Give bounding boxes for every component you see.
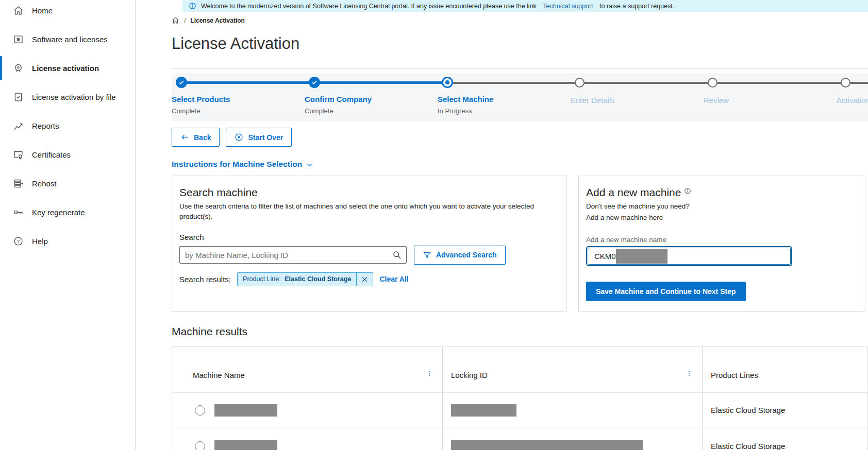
- info-icon: [189, 2, 196, 10]
- chevron-down-icon: [306, 161, 313, 169]
- sidebar-item-label: License activation by file: [32, 93, 116, 101]
- sidebar-item-software-and-licenses[interactable]: Software and licenses: [0, 25, 135, 54]
- table-header-row: Machine Name Locking ID Product Lines: [172, 347, 867, 392]
- technical-support-link[interactable]: Technical support: [543, 3, 593, 10]
- add-machine-info-icon[interactable]: [684, 187, 691, 195]
- breadcrumb-separator: /: [184, 17, 186, 24]
- back-button[interactable]: Back: [172, 128, 220, 147]
- arrow-left-icon: [180, 133, 189, 142]
- step-label: Review: [704, 96, 837, 105]
- row-radio-button[interactable]: [195, 405, 205, 416]
- filter-chip-remove-icon[interactable]: [356, 273, 373, 286]
- clear-all-link[interactable]: Clear All: [379, 275, 408, 283]
- search-machine-description: Use the search criteria to filter the li…: [179, 201, 535, 222]
- add-machine-name-label: Add a new machine name: [586, 236, 853, 244]
- add-machine-prompt-line2: Add a new machine here: [586, 213, 853, 223]
- filter-chip-text: Product Line: Elastic Cloud Storage: [238, 273, 356, 286]
- product-lines-cell: Elastic Cloud Storage: [702, 428, 867, 450]
- step-status: Complete: [305, 107, 438, 115]
- column-menu-icon[interactable]: [686, 369, 693, 378]
- machine-cards-row: Search machine Use the search criteria t…: [172, 176, 868, 312]
- search-input[interactable]: [179, 246, 407, 264]
- step-review: Review: [704, 77, 837, 105]
- column-header-machine-name: Machine Name: [172, 347, 442, 392]
- machine-results-table: Machine Name Locking ID Product Lines: [172, 347, 868, 450]
- sidebar-item-label: Home: [32, 6, 53, 15]
- table-row: Elastic Cloud Storage: [172, 392, 867, 428]
- machine-results-title: Machine results: [172, 325, 868, 338]
- add-machine-name-input[interactable]: CKM0: [586, 246, 792, 266]
- redacted-locking-id: [451, 404, 516, 417]
- sidebar-item-label: Rehost: [32, 179, 57, 188]
- sidebar-item-label: Certificates: [32, 150, 71, 159]
- help-icon: ?: [13, 236, 24, 247]
- search-results-row: Search results: Product Line: Elastic Cl…: [179, 272, 554, 286]
- save-machine-continue-button[interactable]: Save Machine and Continue to Next Step: [586, 282, 746, 301]
- redacted-machine-name: [214, 404, 277, 417]
- product-lines-cell: Elastic Cloud Storage: [702, 392, 867, 428]
- filter-chip-value: Elastic Cloud Storage: [285, 275, 351, 283]
- license-activation-icon: [13, 63, 24, 74]
- machine-name-cell: [172, 428, 442, 450]
- column-header-product-lines: Product Lines: [702, 347, 867, 392]
- sidebar: Home Software and licenses License activ…: [0, 0, 136, 450]
- sidebar-item-label: Software and licenses: [32, 35, 108, 44]
- step-label: Select Machine: [438, 95, 571, 103]
- search-machine-title: Search machine: [179, 186, 554, 199]
- machine-name-cell: [172, 392, 442, 428]
- instructions-for-machine-selection-link[interactable]: Instructions for Machine Selection: [172, 160, 313, 169]
- locking-id-cell: [442, 392, 702, 428]
- redacted-machine-name: [214, 440, 277, 450]
- step-status: In Progress: [438, 107, 571, 115]
- step-enter-details: Enter Details: [571, 77, 704, 105]
- sidebar-item-reports[interactable]: Reports: [0, 111, 135, 140]
- step-label: Confirm Company: [305, 95, 438, 103]
- search-machine-card: Search machine Use the search criteria t…: [172, 176, 566, 312]
- step-status: Complete: [172, 107, 305, 115]
- sidebar-item-help[interactable]: ? Help: [0, 227, 135, 255]
- main-content: Welcome to the modernized version of Sof…: [136, 0, 868, 450]
- app-window: Home Software and licenses License activ…: [0, 0, 868, 450]
- column-menu-icon[interactable]: [426, 369, 433, 378]
- search-icon[interactable]: [392, 250, 402, 260]
- home-icon: [13, 5, 24, 16]
- banner-text-after: to raise a support request.: [598, 3, 675, 10]
- title-divider: [172, 68, 868, 69]
- breadcrumb-home-icon[interactable]: [172, 16, 179, 24]
- locking-id-cell: [442, 428, 702, 450]
- software-licenses-icon: [13, 34, 24, 45]
- step-label: Select Products: [172, 95, 305, 103]
- sidebar-item-rehost[interactable]: Rehost: [0, 169, 135, 198]
- sidebar-item-label: Reports: [32, 122, 59, 130]
- step-future-icon: [575, 78, 585, 88]
- add-machine-title: Add a new machine: [586, 186, 681, 199]
- search-field-label: Search: [179, 233, 554, 241]
- step-activation: Activation: [837, 77, 868, 105]
- step-future-icon: [841, 78, 850, 88]
- step-complete-check-icon: [309, 77, 320, 88]
- sidebar-item-license-activation[interactable]: License activation: [0, 54, 135, 82]
- advanced-search-button[interactable]: Advanced Search: [414, 246, 506, 265]
- row-radio-button[interactable]: [195, 441, 205, 450]
- sidebar-item-label: License activation: [32, 64, 99, 73]
- svg-text:?: ?: [17, 238, 20, 244]
- step-label: Enter Details: [571, 96, 704, 105]
- step-label: Activation: [837, 96, 868, 105]
- redacted-locking-id: [451, 440, 643, 450]
- add-machine-name-value: CKM0: [594, 252, 616, 261]
- sidebar-item-key-regenerate[interactable]: Key regenerate: [0, 198, 135, 227]
- start-over-button[interactable]: Start Over: [226, 128, 292, 147]
- sidebar-item-home[interactable]: Home: [0, 0, 135, 25]
- search-input-wrap: [179, 246, 407, 264]
- step-confirm-company: Confirm Company Complete: [305, 77, 438, 115]
- sidebar-item-certificates[interactable]: Certificates: [0, 140, 135, 169]
- table-row: Elastic Cloud Storage: [172, 428, 867, 450]
- license-file-icon: [13, 92, 24, 102]
- column-header-locking-id: Locking ID: [442, 347, 702, 392]
- search-results-label: Search results:: [179, 275, 231, 284]
- sidebar-item-license-activation-by-file[interactable]: License activation by file: [0, 82, 135, 111]
- sidebar-item-label: Help: [32, 237, 48, 246]
- progress-stepper: Select Products Complete Confirm Company…: [172, 73, 868, 122]
- step-current-icon: [442, 77, 453, 88]
- sidebar-item-label: Key regenerate: [32, 208, 85, 217]
